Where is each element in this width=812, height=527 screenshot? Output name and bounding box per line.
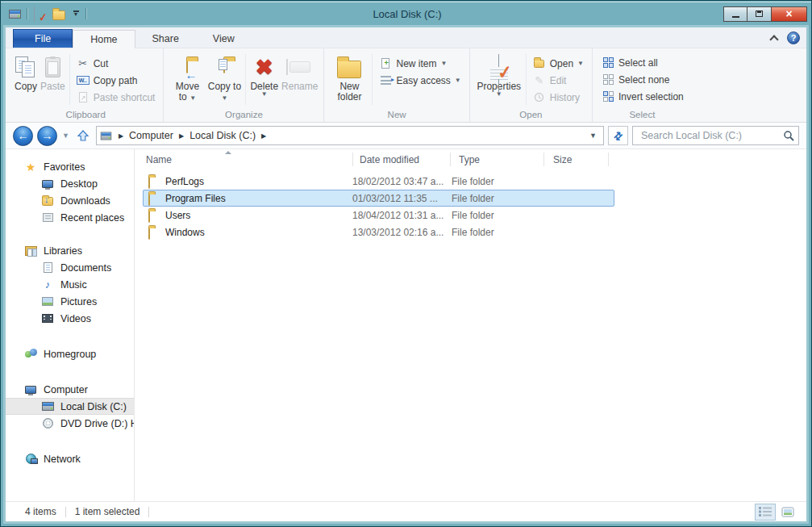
history-button[interactable]: History <box>529 89 588 106</box>
sidebar-item-music[interactable]: ♪Music <box>6 276 134 293</box>
cut-icon: ✂ <box>77 57 90 69</box>
sidebar-item-local-disk[interactable]: Local Disk (C:) <box>6 398 134 415</box>
invert-selection-icon <box>602 91 614 102</box>
drive-icon <box>100 132 113 140</box>
minimize-ribbon-icon[interactable] <box>769 35 778 44</box>
tab-view[interactable]: View <box>196 29 252 48</box>
large-icons-view-icon <box>781 507 794 517</box>
sidebar-section-computer[interactable]: Computer <box>6 381 134 398</box>
folder-icon <box>148 211 150 222</box>
sidebar-item-desktop[interactable]: Desktop <box>6 175 134 192</box>
window-title: Local Disk (C:) <box>7 8 807 20</box>
tab-share[interactable]: Share <box>135 29 196 48</box>
rename-button[interactable]: Rename <box>280 52 319 93</box>
copy-to-button[interactable]: Copy to ▼ <box>206 52 243 104</box>
qat-customize-icon[interactable]: ▼ <box>71 6 81 21</box>
sidebar-section-network[interactable]: Network <box>6 450 134 467</box>
cut-button[interactable]: ✂Cut <box>73 55 160 72</box>
breadcrumb-arrow-icon: ▶ <box>119 132 123 140</box>
folder-icon <box>148 177 150 188</box>
sidebar-item-videos[interactable]: Videos <box>6 310 134 327</box>
up-icon <box>77 129 90 142</box>
paste-button[interactable]: Paste <box>39 52 67 93</box>
breadcrumb[interactable]: ▶ Computer ▶ Local Disk (C:) ▶ ▼ <box>96 126 604 145</box>
properties-qat-icon[interactable]: ✓ <box>32 6 47 21</box>
maximize-icon <box>756 10 763 17</box>
maximize-button[interactable] <box>747 6 772 22</box>
new-folder-button[interactable]: New folder <box>329 52 369 103</box>
search-input[interactable] <box>639 129 783 142</box>
sidebar-item-recent-places[interactable]: Recent places <box>6 209 134 226</box>
addressbar: ← → ▼ ▶ Computer ▶ Local Disk (C:) ▶ ▼ ⇄ <box>6 123 806 149</box>
statusbar: 4 items 1 item selected <box>6 501 806 521</box>
folder-icon <box>148 228 150 239</box>
easy-access-button[interactable]: Easy access▼ <box>375 72 464 89</box>
dropdown-arrow-icon: ▼ <box>440 60 447 67</box>
file-menu-button[interactable]: File <box>13 29 73 48</box>
selection-count: 1 item selected <box>75 506 140 517</box>
sidebar-item-documents[interactable]: Documents <box>6 259 134 276</box>
search-icon[interactable] <box>783 130 795 142</box>
recent-locations-icon[interactable]: ▼ <box>61 132 70 140</box>
drive-qat-icon[interactable] <box>7 6 22 21</box>
main-area: ★Favorites Desktop Downloads Recent plac… <box>6 149 806 501</box>
file-row-users[interactable]: Users 18/04/2012 01:31 a... File folder <box>143 207 614 224</box>
file-row-program-files[interactable]: Program Files 01/03/2012 11:35 ... File … <box>143 190 614 207</box>
details-view-button[interactable] <box>755 504 776 521</box>
sidebar-section-libraries[interactable]: Libraries <box>6 242 134 259</box>
history-icon <box>533 92 546 102</box>
file-row-windows[interactable]: Windows 13/03/2012 02:16 a... File folde… <box>143 224 614 240</box>
item-count: 4 items <box>25 506 56 517</box>
quick-access-toolbar: ✓ ▼ <box>7 6 86 21</box>
open-icon <box>533 60 546 68</box>
new-item-button[interactable]: New item▼ <box>375 55 464 72</box>
edit-button[interactable]: ✎Edit <box>529 72 588 89</box>
refresh-button[interactable]: ⇄ <box>608 126 628 145</box>
sidebar-section-homegroup[interactable]: Homegroup <box>6 345 134 362</box>
column-header-type[interactable]: Type <box>459 154 480 165</box>
properties-button[interactable]: ✓ Properties ▼ <box>475 52 523 98</box>
sidebar-section-favorites[interactable]: ★Favorites <box>6 158 134 175</box>
breadcrumb-item-local-disk[interactable]: Local Disk (C:) <box>189 130 256 141</box>
breadcrumb-item-computer[interactable]: Computer <box>129 130 173 141</box>
sidebar-item-downloads[interactable]: Downloads <box>6 192 134 209</box>
copy-button[interactable]: Copy <box>13 52 39 93</box>
forward-button[interactable]: → <box>37 126 57 146</box>
new-item-icon <box>379 58 392 69</box>
delete-button[interactable]: ✖ Delete ▼ <box>248 52 280 98</box>
tab-home[interactable]: Home <box>73 30 135 48</box>
large-icons-view-button[interactable] <box>777 504 798 521</box>
new-folder-qat-icon[interactable] <box>52 6 66 21</box>
breadcrumb-arrow-icon: ▶ <box>261 132 266 140</box>
close-button[interactable]: × <box>772 6 807 22</box>
invert-selection-button[interactable]: Invert selection <box>598 88 688 105</box>
minimize-icon <box>732 16 739 18</box>
select-none-button[interactable]: Select none <box>598 71 688 88</box>
address-dropdown-icon[interactable]: ▼ <box>586 132 600 140</box>
paste-shortcut-icon <box>77 92 90 102</box>
back-button[interactable]: ← <box>13 126 33 146</box>
file-list: Name Date modified Type Size PerfLogs 18… <box>135 149 806 501</box>
navigation-pane: ★Favorites Desktop Downloads Recent plac… <box>6 149 135 501</box>
up-button[interactable] <box>74 127 92 144</box>
file-row-perflogs[interactable]: PerfLogs 18/02/2012 03:47 a... File fold… <box>143 173 614 190</box>
move-to-button[interactable]: ← Move to ▼ <box>169 52 206 104</box>
open-button[interactable]: Open▼ <box>529 55 588 72</box>
group-label-open: Open <box>470 110 592 122</box>
paste-icon <box>45 52 60 82</box>
column-header-name[interactable]: Name <box>146 154 172 165</box>
breadcrumb-arrow-icon: ▶ <box>179 132 184 140</box>
paste-shortcut-button[interactable]: Paste shortcut <box>73 89 160 106</box>
copy-path-button[interactable]: Copy path <box>73 72 160 89</box>
qat-separator <box>85 8 86 19</box>
group-label-organize: Organize <box>164 110 323 122</box>
documents-icon <box>41 262 54 273</box>
column-header-size[interactable]: Size <box>553 154 572 165</box>
dropdown-arrow-icon: ▼ <box>455 77 461 84</box>
column-header-date-modified[interactable]: Date modified <box>360 154 419 165</box>
select-all-button[interactable]: Select all <box>598 54 688 71</box>
sidebar-item-dvd-drive[interactable]: DVD Drive (D:) HB1_ <box>6 415 134 432</box>
help-icon[interactable]: ? <box>787 31 800 44</box>
sidebar-item-pictures[interactable]: Pictures <box>6 293 134 310</box>
minimize-button[interactable] <box>723 6 747 22</box>
